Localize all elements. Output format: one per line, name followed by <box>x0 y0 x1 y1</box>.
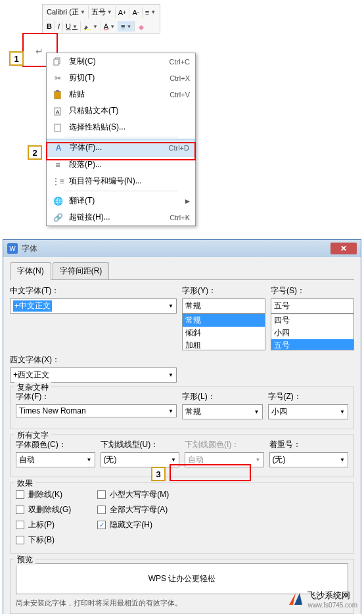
step-marker-2: 2 <box>28 145 42 160</box>
superscript-label: 上标(P) <box>28 519 55 531</box>
menu-hyperlink[interactable]: 🔗 超链接(H)... Ctrl+K <box>47 209 195 225</box>
effects-legend: 效果 <box>14 478 35 489</box>
complex-style-label: 字形(L)： <box>182 391 263 402</box>
list-item[interactable]: 小四 <box>271 327 353 339</box>
highlight-box-2 <box>46 142 196 160</box>
bullets-icon: ⋮≡ <box>52 176 64 187</box>
subscript-checkbox[interactable] <box>16 536 24 544</box>
size-listbox[interactable]: 四号 小四 五号 <box>271 314 354 350</box>
complex-legend: 复杂文种 <box>14 382 51 393</box>
tab-spacing[interactable]: 字符间距(R) <box>53 262 110 279</box>
en-font-combo[interactable]: +西文正文▼ <box>10 367 177 383</box>
emphasis-label: 着重号： <box>269 439 349 450</box>
close-button[interactable]: ✕ <box>330 243 357 254</box>
list-item[interactable]: 五号 <box>271 339 353 350</box>
italic-icon[interactable]: I <box>55 21 63 32</box>
dstrike-checkbox[interactable] <box>16 506 24 514</box>
svg-rect-7 <box>55 124 60 131</box>
paste-special-icon <box>52 122 64 133</box>
menu-cut[interactable]: ✂ 剪切(T) Ctrl+X <box>47 70 195 86</box>
highlight-box-3 <box>170 464 251 481</box>
alltext-legend: 所有文字 <box>14 430 51 441</box>
svg-rect-3 <box>55 91 60 99</box>
menu-bullets[interactable]: ⋮≡ 项目符号和编号(N)... <box>47 173 195 189</box>
menu-paste[interactable]: 粘贴 Ctrl+V <box>47 86 195 103</box>
dstrike-label: 双删除线(G) <box>28 504 71 515</box>
underline-color-label: 下划线颜色(I)： <box>185 439 264 450</box>
link-icon: 🔗 <box>52 212 64 223</box>
scissors-icon: ✂ <box>52 73 64 83</box>
size-label: 字号(S)： <box>271 285 354 296</box>
list-item[interactable]: 四号 <box>271 314 353 327</box>
font-color-combo[interactable]: 自动▼ <box>16 452 95 467</box>
chevron-right-icon: ▶ <box>185 198 190 204</box>
en-font-label: 西文字体(X)： <box>10 354 177 366</box>
style-input[interactable]: 常规 <box>182 298 265 314</box>
eraser-icon[interactable] <box>135 21 148 32</box>
svg-marker-9 <box>294 593 302 605</box>
complex-size-combo[interactable]: 小四▼ <box>268 404 349 419</box>
svg-rect-0 <box>83 30 91 30</box>
menu-translate[interactable]: 🌐 翻译(T) ▶ <box>47 193 195 209</box>
menu-copy[interactable]: 复制(C) Ctrl+C <box>47 53 195 70</box>
subscript-label: 下标(B) <box>28 534 55 546</box>
smallcaps-checkbox[interactable] <box>97 490 106 499</box>
smallcaps-label: 小型大写字母(M) <box>110 489 169 500</box>
translate-icon: 🌐 <box>52 196 64 206</box>
font-dialog: W 字体 ✕ 字体(N) 字符间距(R) 中文字体(T)： +中文正文▼ 字形(… <box>3 239 361 614</box>
paragraph-icon: ≡ <box>52 160 64 170</box>
menu-paste-text[interactable]: A 只粘贴文本(T) <box>47 103 195 119</box>
menu-paste-special[interactable]: 选择性粘贴(S)... <box>47 119 195 135</box>
strike-label: 删除线(K) <box>28 489 62 500</box>
hidden-label: 隐藏文字(H) <box>110 519 152 531</box>
line-spacing-icon[interactable]: ≡▼ <box>143 7 158 18</box>
font-color-icon[interactable]: A▼ <box>101 21 118 32</box>
highlight-icon[interactable]: ▼ <box>81 21 101 32</box>
step-marker-1: 1 <box>9 51 24 66</box>
allcaps-checkbox[interactable] <box>97 506 106 514</box>
cn-font-label: 中文字体(T)： <box>10 285 177 296</box>
underline-icon[interactable]: U▼ <box>63 21 81 32</box>
complex-font-combo[interactable]: Times New Roman▼ <box>16 404 177 417</box>
increase-font-icon[interactable]: A+ <box>116 7 130 18</box>
copy-icon <box>52 57 64 67</box>
list-item[interactable]: 常规 <box>183 314 265 327</box>
svg-rect-4 <box>56 90 59 92</box>
svg-rect-2 <box>54 59 58 65</box>
font-size-selector[interactable]: 五号▼ <box>89 6 116 18</box>
context-menu: 复制(C) Ctrl+C ✂ 剪切(T) Ctrl+X 粘贴 Ctrl+V A … <box>46 53 196 226</box>
complex-size-label: 字号(Z)： <box>268 391 349 402</box>
svg-marker-8 <box>289 593 296 605</box>
svg-text:A: A <box>56 109 60 115</box>
style-label: 字形(Y)： <box>182 285 265 296</box>
decrease-font-icon[interactable]: A- <box>129 7 142 18</box>
style-listbox[interactable]: 常规 倾斜 加粗 <box>182 314 265 350</box>
emphasis-combo[interactable]: (无)▼ <box>269 452 349 467</box>
dialog-title: 字体 <box>22 243 330 254</box>
hidden-checkbox[interactable] <box>97 521 106 529</box>
paste-text-icon: A <box>52 106 64 116</box>
preview-legend: 预览 <box>14 554 35 565</box>
superscript-checkbox[interactable] <box>16 521 24 529</box>
align-icon[interactable]: ≡▼ <box>118 21 135 32</box>
list-item[interactable]: 倾斜 <box>183 327 265 339</box>
watermark-logo-icon <box>288 592 304 607</box>
paste-icon <box>52 89 64 100</box>
font-family-selector[interactable]: Calibri (正▼ <box>44 6 89 18</box>
watermark: 飞沙系统网 www.fs0745.com <box>288 590 357 609</box>
strike-checkbox[interactable] <box>16 490 24 499</box>
cn-font-combo[interactable]: +中文正文▼ <box>10 298 177 314</box>
underline-label: 下划线线型(U)： <box>101 439 180 450</box>
allcaps-label: 全部大写字母(A) <box>110 504 168 515</box>
dialog-app-icon: W <box>7 243 18 254</box>
complex-style-combo[interactable]: 常规▼ <box>182 404 263 419</box>
size-input[interactable]: 五号 <box>271 298 354 314</box>
list-item[interactable]: 加粗 <box>183 339 265 350</box>
underline-combo[interactable]: (无)▼ <box>101 452 180 467</box>
step-marker-3: 3 <box>151 467 166 481</box>
bold-icon[interactable]: B <box>44 21 55 32</box>
tab-font[interactable]: 字体(N) <box>10 262 51 280</box>
